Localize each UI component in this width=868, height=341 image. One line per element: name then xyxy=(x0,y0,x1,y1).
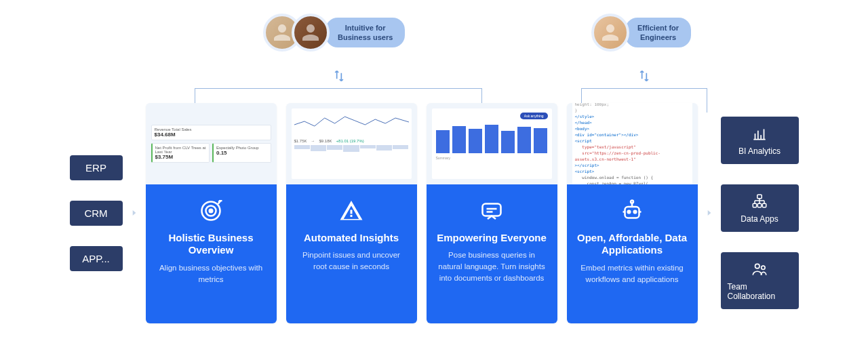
chat-icon xyxy=(477,197,506,225)
svg-point-2 xyxy=(210,209,213,212)
card-title: Empowering Everyone xyxy=(437,232,547,245)
card-preview-bar-chart: Ask anything Summary xyxy=(427,103,557,184)
card-data-applications: height: 100px; } </style> </head> <body>… xyxy=(567,103,698,323)
card-holistic-overview: Revenue Total Sales$34.68M Net Profit fr… xyxy=(146,103,277,323)
flow-arrow-out xyxy=(703,208,715,218)
svg-point-10 xyxy=(631,200,633,203)
source-crm: CRM xyxy=(70,201,123,226)
output-bi-analytics: BI Analytics xyxy=(721,117,799,164)
card-desc: Align business objectives with metrics xyxy=(155,262,267,285)
card-desc: Embed metrics within existing workflows … xyxy=(576,262,688,285)
card-title: Holistic Business Overview xyxy=(155,232,267,258)
output-team-collaboration: Team Collaboration xyxy=(721,252,799,309)
card-title: Open, Affordable, Data Applications xyxy=(576,232,688,258)
card-automated-insights: $1.75K→$9.18K+81.01 (19.7%) Automated In… xyxy=(286,103,417,323)
svg-rect-21 xyxy=(762,203,766,207)
card-preview-line-chart: $1.75K→$9.18K+81.01 (19.7%) xyxy=(286,103,417,184)
svg-point-27 xyxy=(755,264,760,268)
flow-arrow-in xyxy=(128,208,140,218)
card-preview-code: height: 100px; } </style> </head> <body>… xyxy=(567,103,698,184)
source-app: APP... xyxy=(70,246,123,271)
svg-rect-19 xyxy=(753,203,756,207)
card-empowering-everyone: Ask anything Summary Empowering Everyone… xyxy=(427,103,557,323)
svg-point-7 xyxy=(628,210,631,213)
svg-rect-3 xyxy=(483,203,501,216)
card-preview-metrics: Revenue Total Sales$34.68M Net Profit fr… xyxy=(146,103,277,184)
card-desc: Pose business queries in natural languag… xyxy=(436,249,548,283)
target-icon xyxy=(197,197,225,225)
card-desc: Pinpoint issues and uncover root cause i… xyxy=(296,249,408,272)
svg-point-28 xyxy=(762,266,765,269)
svg-rect-18 xyxy=(757,195,762,198)
source-erp: ERP xyxy=(70,155,123,180)
card-title: Automated Insights xyxy=(304,232,399,245)
svg-point-8 xyxy=(634,210,637,213)
output-data-apps: Data Apps xyxy=(721,184,799,232)
svg-rect-20 xyxy=(757,203,761,207)
robot-icon xyxy=(618,197,646,225)
alert-icon xyxy=(337,197,366,225)
